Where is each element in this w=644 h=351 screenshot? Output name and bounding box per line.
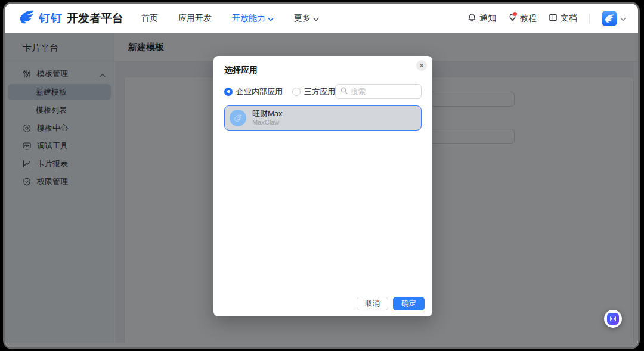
- cancel-button[interactable]: 取消: [357, 297, 388, 310]
- platform-name: 开发者平台: [67, 11, 123, 26]
- nav-open-capabilities-label: 开放能力: [232, 13, 265, 24]
- radio-thirdparty-app[interactable]: 三方应用: [292, 86, 335, 97]
- docs-button[interactable]: 文档: [549, 13, 577, 24]
- app-name: 旺财Max: [252, 109, 283, 119]
- radio-internal-app[interactable]: 企业内部应用: [224, 86, 283, 97]
- avatar: [602, 11, 617, 26]
- nav-home-label: 首页: [141, 13, 158, 24]
- notification-dot: [513, 12, 517, 16]
- search-input[interactable]: [351, 88, 416, 96]
- docs-label: 文档: [561, 13, 577, 24]
- chevron-down-icon: [268, 14, 274, 23]
- tutorial-label: 教程: [520, 13, 537, 24]
- dialog-controls: 企业内部应用 三方应用: [213, 84, 432, 99]
- dingtalk-logo-icon: [19, 10, 35, 27]
- radio-unselected-icon: [292, 88, 301, 96]
- nav-home[interactable]: 首页: [141, 13, 158, 24]
- notifications-button[interactable]: 通知: [467, 13, 496, 24]
- brand[interactable]: 钉钉 开发者平台: [19, 10, 123, 27]
- nav-app-development[interactable]: 应用开发: [178, 13, 212, 24]
- divider: [589, 14, 590, 23]
- chevron-down-icon: [620, 14, 626, 23]
- nav-open-capabilities[interactable]: 开放能力: [232, 13, 274, 24]
- browser-window: 钉钉 开发者平台 首页 应用开发 开放能力 更多: [5, 4, 638, 347]
- nav-app-development-label: 应用开发: [178, 13, 212, 24]
- app-avatar: [230, 110, 246, 126]
- radio-selected-icon: [224, 88, 233, 96]
- brand-name: 钉钉: [39, 11, 63, 26]
- close-icon[interactable]: ✕: [416, 60, 427, 71]
- dialog-title: 选择应用: [213, 56, 432, 76]
- topbar-actions: 通知 教程 文档: [467, 11, 626, 26]
- tutorial-button[interactable]: 教程: [508, 13, 537, 24]
- bell-icon: [467, 13, 476, 24]
- app-subtitle: MaxClaw: [252, 119, 283, 127]
- radio-thirdparty-label: 三方应用: [304, 86, 335, 97]
- nav-more-label: 更多: [294, 13, 311, 24]
- book-icon: [549, 13, 558, 24]
- radio-internal-label: 企业内部应用: [236, 86, 283, 97]
- app-item-texts: 旺财Max MaxClaw: [252, 109, 283, 127]
- app-list-item-selected[interactable]: 旺财Max MaxClaw: [224, 105, 422, 131]
- top-navigation-bar: 钉钉 开发者平台 首页 应用开发 开放能力 更多: [5, 4, 638, 33]
- account-menu[interactable]: [602, 11, 626, 26]
- main-nav: 首页 应用开发 开放能力 更多: [141, 13, 319, 24]
- assistant-floating-button[interactable]: [604, 310, 622, 328]
- nav-more[interactable]: 更多: [294, 13, 319, 24]
- chevron-down-icon: [313, 14, 319, 23]
- search-icon: [340, 87, 348, 96]
- dialog-footer: 取消 确定: [357, 297, 425, 310]
- app-search-box: [335, 84, 422, 99]
- notifications-label: 通知: [479, 13, 496, 24]
- assistant-bot-icon: [607, 313, 619, 325]
- confirm-button[interactable]: 确定: [393, 297, 425, 310]
- select-app-dialog: ✕ 选择应用 企业内部应用 三方应用 旺财Max: [213, 56, 432, 316]
